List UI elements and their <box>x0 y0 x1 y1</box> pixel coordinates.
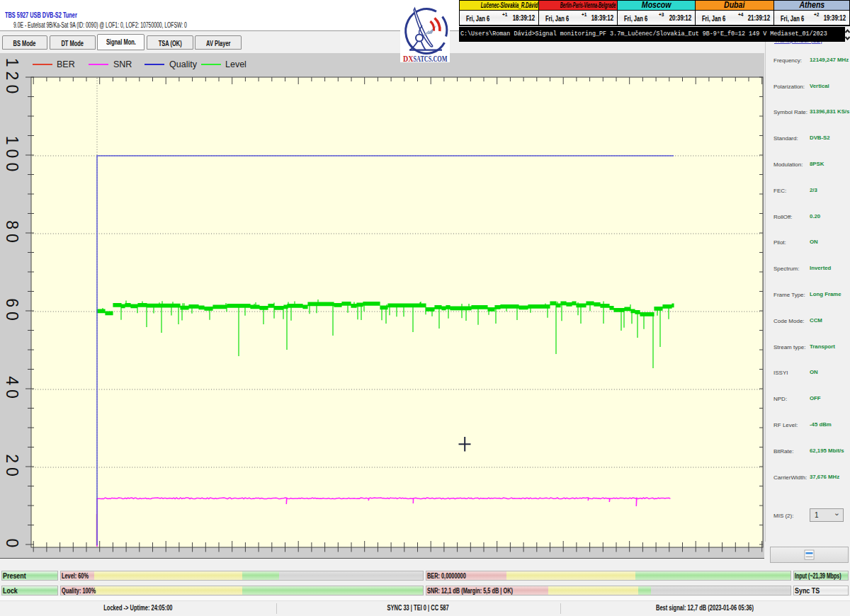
svg-text:80: 80 <box>3 220 21 247</box>
svg-text:DX: DX <box>403 54 414 62</box>
svg-text:40: 40 <box>3 376 21 403</box>
svg-text:SATCS.COM: SATCS.COM <box>414 54 448 62</box>
svg-text:100: 100 <box>3 136 21 176</box>
svg-text:120: 120 <box>3 58 21 98</box>
svg-text:20: 20 <box>3 454 21 481</box>
svg-text:60: 60 <box>3 298 21 325</box>
svg-text:0: 0 <box>3 539 21 552</box>
